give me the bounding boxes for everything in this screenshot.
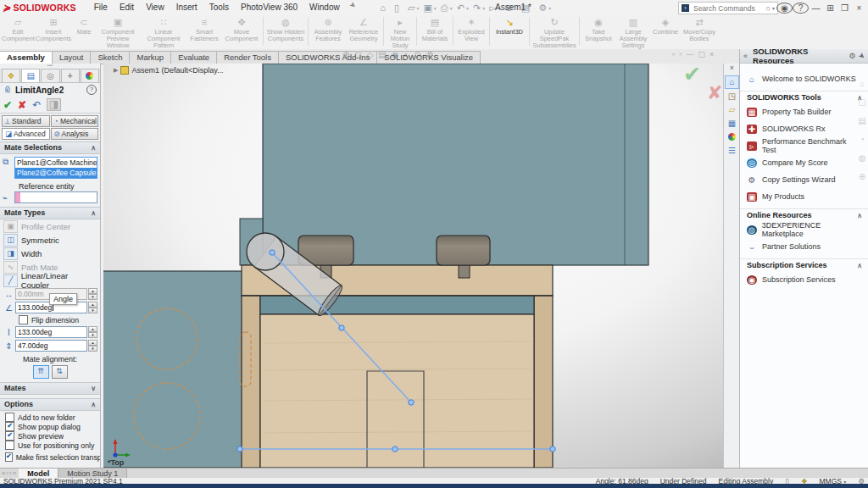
file-explorer-tab-icon[interactable]: ▱ [726,104,738,116]
flip-dimension-row[interactable]: Flip dimension [0,314,100,325]
cancel-button[interactable]: ✘ [18,99,26,111]
ribbon-new-motion-study[interactable]: ▸New Motion Study [386,15,415,49]
model-coffee-capsule-shelf[interactable] [242,265,553,468]
tab-layout[interactable]: Layout [52,51,92,64]
open-icon[interactable]: ▱ [408,3,415,14]
link-property-tab-builder[interactable]: ▦Property Tab Builder [740,103,868,120]
section-solidworks-tools[interactable]: SOLIDWORKS Tools∧ [740,91,868,103]
ribbon-insert-components[interactable]: ⊞Insert Components [34,15,73,49]
menu-file[interactable]: File [88,0,114,15]
reference-entity-field[interactable] [14,191,97,203]
checkbox[interactable]: ✔ [5,422,14,431]
min-spinner[interactable]: ▲▼ [88,340,97,352]
welcome-link[interactable]: ⌂ Welcome to SOLIDWORKS [740,70,868,87]
tab-featuremanager[interactable]: ❖ [2,69,20,82]
tab-advanced-mates[interactable]: ◪ Advanced [2,128,50,140]
mate-selections-header[interactable]: Mate Selections∧ [0,141,100,154]
search-scope-icon[interactable]: › [682,4,689,12]
design-library-tab-icon[interactable]: ◳ [726,91,738,103]
user-account-icon[interactable]: ◉ [776,3,793,14]
tab-dimxpertmanager[interactable]: + [61,69,80,82]
save-icon[interactable]: ▣ [423,3,431,14]
checkbox[interactable] [5,413,14,422]
ribbon-large-assembly-settings[interactable]: ▥Large Assembly Settings [615,15,651,49]
pm-help-icon[interactable]: ? [86,85,97,95]
ribbon-bill-of-materials[interactable]: ▤Bill of Materials [419,15,451,49]
tab-propertymanager[interactable]: ▤ [21,69,40,82]
max-spinner[interactable]: ▲▼ [88,326,97,338]
help-icon[interactable]: ? [793,3,809,14]
expand-arrow-icon[interactable]: ▶ [114,67,118,74]
ribbon-move-component[interactable]: ✥Move Component [222,15,261,49]
option-make-first-selection-transparent[interactable]: ✔Make first selection transparent [0,452,100,462]
view-palette-tab-icon[interactable]: ▦ [726,118,738,130]
undo-button[interactable]: ↶ [32,99,41,111]
ok-button[interactable]: ✔ [3,99,12,111]
max-value-input[interactable]: 133.00deg [15,326,87,338]
selection-item[interactable]: Plane1@Coffee Machine-1@As [15,158,97,168]
menu-photoview360[interactable]: PhotoView 360 [235,0,303,15]
ribbon-reference-geometry[interactable]: ∠Reference Geometry [346,15,381,49]
task-pane-options-gear-icon[interactable]: ⚙ [849,52,855,60]
tab-evaluate[interactable]: Evaluate [170,51,217,64]
link-copy-settings-wizard[interactable]: ⚙Copy Settings Wizard [740,171,868,188]
link-subscription-services[interactable]: ◉Subscription Services [740,271,868,288]
link-solidworks-rx[interactable]: ✚SOLIDWORKS Rx [740,120,868,137]
ribbon-show-hidden-components[interactable]: ◍Show Hidden Components [265,15,306,49]
tab-displaymanager[interactable] [81,69,99,82]
tab-assembly[interactable]: Assembly [0,51,53,64]
ribbon-edit-component[interactable]: ▱Edit Component [2,15,34,49]
link-performance-benchmark-test[interactable]: ▹Performance Benchmark Test [740,137,868,154]
tab-standard-mates[interactable]: ⟂ Standard [2,115,50,127]
mate-types-header[interactable]: Mate Types∧ [0,207,100,219]
home-icon[interactable]: ⌂ [380,3,386,13]
tab-sketch[interactable]: Sketch [90,51,130,64]
menu-tools[interactable]: Tools [203,0,235,15]
mate-type-width[interactable]: ◨Width [0,247,100,260]
search-dropdown-icon[interactable]: ▾ [772,5,775,11]
link-my-products[interactable]: ▣My Products [740,188,868,205]
tab-analysis-mates[interactable]: ⊘ Analysis [51,128,99,140]
collapse-pane-icon[interactable]: « [743,52,748,60]
section-online-resources[interactable]: Online Resources∧ [740,208,868,221]
heads-up-view-toolbar[interactable]: ⊕◻◇▤◉◐⊙⚙ [342,50,439,59]
appearances-tab-icon[interactable] [726,131,738,143]
undo-icon[interactable]: ↶ [457,3,465,14]
tab-render-tools[interactable]: Render Tools [216,51,279,64]
custom-properties-tab-icon[interactable]: ☰ [726,145,738,157]
breadcrumb[interactable]: ▶ Assem1 (Default<Display... [114,66,224,75]
mate-selection-list[interactable]: Plane1@Coffee Machine-1@As Plane2@Coffee… [14,157,97,179]
redo-icon[interactable]: ↷ [473,3,481,14]
pushpin-button[interactable]: ◨ [47,98,61,111]
graphics-viewport[interactable]: *Top ▶ Assem1 (Default<Display... ✔ ✘ [103,64,723,468]
model-canvas[interactable]: *Top [103,64,723,468]
menu-edit[interactable]: Edit [114,0,140,15]
mate-type-linear-coupler[interactable]: ╱Linear/Linear Coupler [0,274,100,287]
mate-type-symmetric[interactable]: ◫Symmetric [0,233,100,247]
ribbon-linear-component-pattern[interactable]: ∷Linear Component Pattern [141,15,186,49]
model-back-panel[interactable] [240,64,648,265]
solidworks-resources-tab-icon[interactable]: ⌂ [725,75,739,89]
menu-insert[interactable]: Insert [170,0,203,15]
link-3dexperience-marketplace[interactable]: ◍3DEXPERIENCE Marketplace [740,221,868,238]
tab-mechanical-mates[interactable]: ◔ Mechanical [51,115,99,127]
menu-window[interactable]: Window [303,0,346,15]
option-add-to-new-folder[interactable]: Add to new folder [0,413,100,422]
new-document-icon[interactable]: ▯ [394,3,399,14]
ribbon-component-preview-window[interactable]: ▣Component Preview Window [95,15,141,49]
checkbox[interactable]: ✔ [5,452,13,462]
aligned-button[interactable]: ⇈ [33,365,49,379]
search-commands-box[interactable]: › ○ ▾ [678,2,778,14]
ribbon-exploded-view[interactable]: ✶Exploded View [455,15,487,49]
anti-aligned-button[interactable]: ⇅ [52,365,68,379]
ribbon-instant3d[interactable]: ↘Instant3D [492,15,527,49]
min-value-input[interactable]: 47.00deg [15,340,87,352]
angle-spinner[interactable]: ▲▼ [88,302,97,313]
document-window-controls[interactable]: ▫▫—▢× [672,50,718,58]
ribbon-smart-fasteners[interactable]: ≡Smart Fasteners [186,15,222,49]
confirmation-ok-icon[interactable]: ✔ [683,64,701,86]
task-pane-pin-icon[interactable]: ➤ [857,51,867,62]
task-pane-close-icon[interactable]: × [724,64,740,74]
checkbox[interactable] [5,441,14,450]
mates-section-header[interactable]: Mates∨ [0,382,100,395]
